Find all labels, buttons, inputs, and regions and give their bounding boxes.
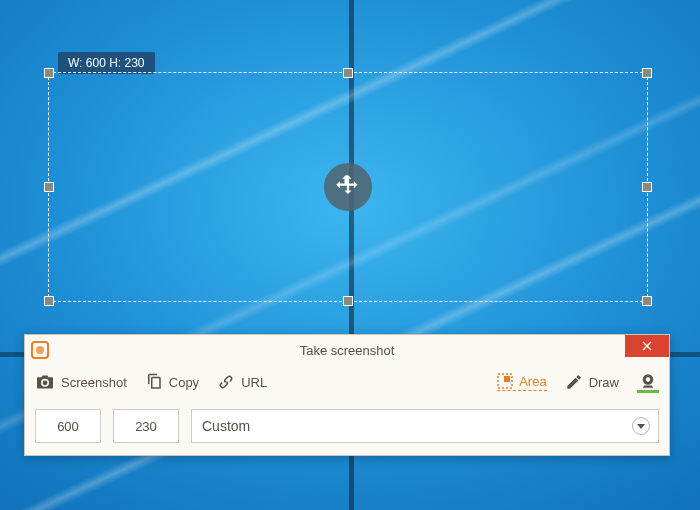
chevron-down-icon bbox=[637, 424, 645, 429]
copy-label: Copy bbox=[169, 375, 199, 390]
preset-dropdown[interactable]: Custom bbox=[191, 409, 659, 443]
resize-handle-bottom-right[interactable] bbox=[642, 296, 652, 306]
screenshot-label: Screenshot bbox=[61, 375, 127, 390]
dropdown-toggle[interactable] bbox=[632, 417, 650, 435]
window-title: Take screenshot bbox=[25, 343, 669, 358]
selection-dimensions-label: W: 600 H: 230 bbox=[58, 52, 155, 74]
screenshot-button[interactable]: Screenshot bbox=[35, 374, 127, 390]
draw-button[interactable]: Draw bbox=[565, 373, 619, 391]
resize-handle-middle-right[interactable] bbox=[642, 182, 652, 192]
resize-handle-middle-left[interactable] bbox=[44, 182, 54, 192]
area-icon bbox=[497, 373, 513, 389]
close-button[interactable] bbox=[625, 335, 669, 357]
resize-handle-top-middle[interactable] bbox=[343, 68, 353, 78]
camera-icon bbox=[35, 374, 55, 390]
svg-rect-1 bbox=[504, 376, 510, 382]
size-inputs-row: Custom bbox=[25, 399, 669, 455]
webcam-button[interactable] bbox=[637, 371, 659, 393]
svg-point-3 bbox=[646, 377, 651, 382]
resize-handle-top-left[interactable] bbox=[44, 68, 54, 78]
resize-handle-top-right[interactable] bbox=[642, 68, 652, 78]
area-button[interactable]: Area bbox=[497, 373, 546, 391]
width-input[interactable] bbox=[35, 409, 101, 443]
move-handle[interactable] bbox=[324, 163, 372, 211]
preset-value: Custom bbox=[202, 418, 250, 434]
selection-rectangle[interactable] bbox=[48, 72, 648, 302]
close-icon bbox=[642, 341, 652, 351]
screenshot-panel: Take screenshot Screenshot Copy URL bbox=[24, 334, 670, 456]
titlebar: Take screenshot bbox=[25, 335, 669, 365]
area-label: Area bbox=[519, 374, 546, 389]
pencil-icon bbox=[565, 373, 583, 391]
copy-button[interactable]: Copy bbox=[145, 373, 199, 391]
url-button[interactable]: URL bbox=[217, 373, 267, 391]
resize-handle-bottom-left[interactable] bbox=[44, 296, 54, 306]
webcam-icon bbox=[639, 372, 657, 390]
copy-icon bbox=[145, 373, 163, 391]
move-arrows-icon bbox=[334, 173, 362, 201]
toolbar: Screenshot Copy URL Area Draw bbox=[25, 365, 669, 399]
link-icon bbox=[217, 373, 235, 391]
draw-label: Draw bbox=[589, 375, 619, 390]
resize-handle-bottom-middle[interactable] bbox=[343, 296, 353, 306]
url-label: URL bbox=[241, 375, 267, 390]
height-input[interactable] bbox=[113, 409, 179, 443]
